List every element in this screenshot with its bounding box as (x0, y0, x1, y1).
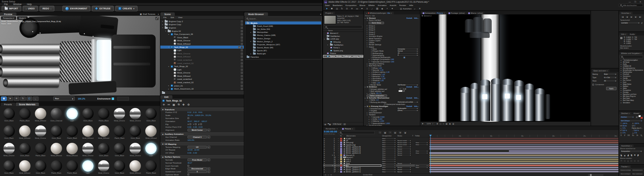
collapse-panel-icon[interactable]: ▸ (158, 13, 159, 15)
align-checkbox[interactable] (400, 8, 402, 10)
property-dropdown[interactable]: Composite∨ (397, 48, 419, 50)
flip-checkbox[interactable] (200, 123, 202, 125)
group-label[interactable]: Kanalintensitäten (369, 124, 382, 126)
material-swatch[interactable]: Gloss_Black (17, 141, 33, 159)
group-label[interactable]: Render Settings (369, 44, 381, 46)
chevron-down-icon[interactable]: ▾ (207, 159, 210, 161)
eye-icon[interactable]: ◉ (324, 171, 325, 173)
label-color-swatch[interactable] (340, 167, 342, 168)
parent-dropdown[interactable]: Ohne∨ (381, 167, 396, 168)
visibility-toggle-icon[interactable] (241, 46, 243, 48)
property-checkbox[interactable] (187, 117, 189, 119)
eyedropper-icon[interactable] (405, 88, 406, 90)
bit-depth-button[interactable]: 8-Bit-Kanal (332, 123, 342, 125)
property-value[interactable]: 0,500 (380, 116, 385, 118)
dist-left-icon[interactable]: ▏ (630, 160, 633, 162)
trkmat-dropdown[interactable]: Ohne∨ (415, 144, 428, 145)
tree-arrow-icon[interactable]: ▸ (620, 92, 622, 93)
label-color-swatch[interactable] (340, 150, 342, 152)
tree-arrow-icon[interactable]: ▸ (620, 94, 622, 95)
model-browser-root[interactable]: Models (245, 21, 321, 24)
tree-arrow-icon[interactable]: ▸ (620, 100, 622, 101)
scene-setup-button[interactable]: Scene Setup (369, 22, 384, 24)
superscript-icon[interactable]: T¹ (637, 134, 638, 136)
skeleton-icon[interactable]: ⚯ (168, 103, 170, 106)
tree-arrow-icon[interactable]: ▸ (162, 20, 164, 22)
layer-duration-bar[interactable] (429, 144, 619, 145)
swap-colors-button[interactable]: Farben vertauschen (367, 95, 387, 97)
group-label[interactable]: Tweaken (369, 114, 376, 116)
scene-tree-item[interactable]: ▾Tech_Rings_02 (160, 65, 244, 68)
trkmat-dropdown[interactable]: Ohne∨ (415, 165, 428, 166)
add-icon[interactable]: + (238, 46, 240, 48)
layer-duration-bar[interactable] (429, 171, 619, 172)
material-swatch[interactable]: Gloss_Charcoal (48, 106, 64, 124)
blend-mode-dropdown[interactable]: Normal∨ (397, 171, 412, 172)
material-swatch[interactable]: Metal_Chrome (1, 141, 17, 159)
visibility-toggle-icon[interactable] (241, 43, 243, 45)
subscript-icon[interactable]: T₁ (641, 134, 642, 136)
ae-menu-datei[interactable]: Datei (325, 4, 330, 6)
eye-icon[interactable]: ◉ (324, 154, 325, 156)
property-value[interactable]: 1,0 (376, 99, 378, 101)
group-label[interactable]: Custom Layers (369, 40, 380, 42)
layer-duration-bar[interactable] (429, 169, 619, 170)
parent-dropdown[interactable]: Ohne∨ (381, 160, 396, 162)
eye-icon[interactable]: ◉ (324, 146, 325, 148)
material-swatch[interactable]: Metal_Chrome (33, 124, 48, 141)
parent-dropdown[interactable]: Ohne∨ (381, 165, 396, 166)
parent-dropdown[interactable]: Ohne∨ (381, 158, 396, 160)
blend-mode-dropdown[interactable]: Negativ multipl∨ (397, 140, 412, 141)
layer-duration-bar[interactable] (429, 155, 619, 156)
material-swatch[interactable]: Metal_Diffused (143, 124, 159, 141)
magnification-dropdown[interactable]: 100%∨ (425, 122, 435, 125)
model-pack-item[interactable]: ▸Metropolitan (245, 31, 321, 34)
hide-shy-icon[interactable]: ◔ (388, 131, 392, 134)
select-tool-icon[interactable]: ➤ (7, 97, 13, 101)
tracking-value[interactable]: 0 (635, 125, 636, 127)
project-search-input[interactable] (324, 25, 362, 28)
project-item[interactable]: Farbflächen (323, 35, 363, 38)
faux-bold-icon[interactable]: T (621, 134, 622, 136)
property-value[interactable]: 0.00 , 0.00 (187, 152, 197, 154)
font-style-dropdown[interactable]: Soft Oblique∨ (620, 119, 643, 122)
kerning-value[interactable]: Metrik (623, 125, 627, 127)
label-color-swatch[interactable] (340, 146, 342, 148)
layer-name[interactable]: [Einste...gsebene 2] (346, 150, 381, 152)
dist-top-icon[interactable]: ▔ (620, 160, 623, 162)
label-color-swatch[interactable] (340, 140, 342, 141)
model-pack-item[interactable]: Motion_Design (245, 37, 321, 40)
label-color-swatch[interactable] (340, 156, 342, 158)
material-swatch[interactable]: Plastic_Black (48, 159, 64, 176)
layer-duration-bar[interactable] (429, 140, 619, 141)
axis-tool-icon[interactable]: ∟ (33, 97, 39, 101)
layer-duration-bar[interactable] (429, 161, 619, 162)
property-dropdown[interactable]: UV (187, 146, 207, 149)
layer-name[interactable]: [Element 2] (346, 154, 381, 156)
property-value[interactable]: 10.00 , 10.00 (187, 149, 199, 151)
info-link[interactable]: Info... (414, 86, 419, 88)
menu-item-window[interactable]: Window (13, 3, 21, 5)
material-swatch[interactable]: Gloss_Black (127, 124, 143, 141)
camera-tool-icon[interactable]: ▣ (1, 97, 7, 101)
region-of-interest-icon[interactable]: ⌗ (443, 123, 444, 125)
tree-arrow-icon[interactable]: ▾ (168, 66, 170, 67)
chevron-down-icon[interactable]: ▾ (207, 167, 210, 170)
chevron-down-icon[interactable]: ▾ (207, 146, 210, 149)
eye-icon[interactable]: ◉ (324, 140, 325, 141)
visibility-toggle-icon[interactable] (241, 69, 243, 71)
project-item[interactable]: Komp 1 (323, 46, 363, 49)
vertical-scale-value[interactable]: 100 % (623, 130, 627, 131)
scene-tree-item[interactable]: ▸Engines Copy (160, 23, 244, 26)
layer-name[interactable]: [Einste...gsebene 1] (346, 171, 381, 173)
curvaceous-checkbox[interactable] (592, 84, 594, 85)
align-toggle[interactable]: Ausrichten (400, 8, 412, 10)
reset-link[interactable]: Zurück (407, 105, 412, 107)
eye-icon[interactable]: ◉ (324, 142, 325, 143)
property-value[interactable]: 1,000 (385, 122, 390, 124)
property-value[interactable]: 0,200 (378, 118, 382, 120)
trkmat-dropdown[interactable]: Ohne∨ (415, 150, 428, 152)
parent-dropdown[interactable]: Ohne∨ (381, 146, 396, 148)
align-target-dropdown[interactable]: Komposition∨ (620, 150, 643, 153)
roto-brush-tool-icon[interactable]: ✦ (390, 7, 394, 10)
